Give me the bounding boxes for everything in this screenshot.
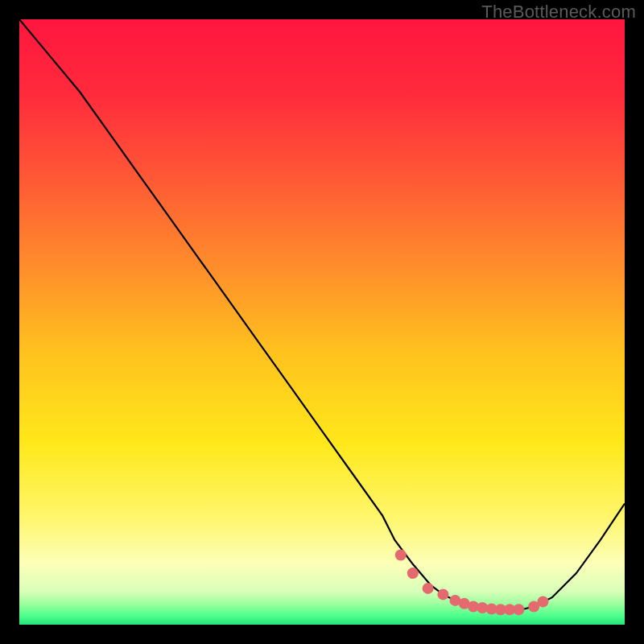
- marker-point: [437, 588, 448, 600]
- chart-stage: TheBottleneck.com: [0, 0, 644, 644]
- marker-point: [513, 604, 524, 615]
- marker-point: [537, 596, 548, 607]
- bottleneck-chart: [19, 19, 625, 625]
- marker-point: [407, 568, 419, 579]
- marker-point: [395, 550, 407, 561]
- gradient-background: [19, 19, 625, 625]
- plot-area: [19, 19, 625, 625]
- watermark-label: TheBottleneck.com: [481, 2, 636, 23]
- marker-point: [423, 583, 434, 594]
